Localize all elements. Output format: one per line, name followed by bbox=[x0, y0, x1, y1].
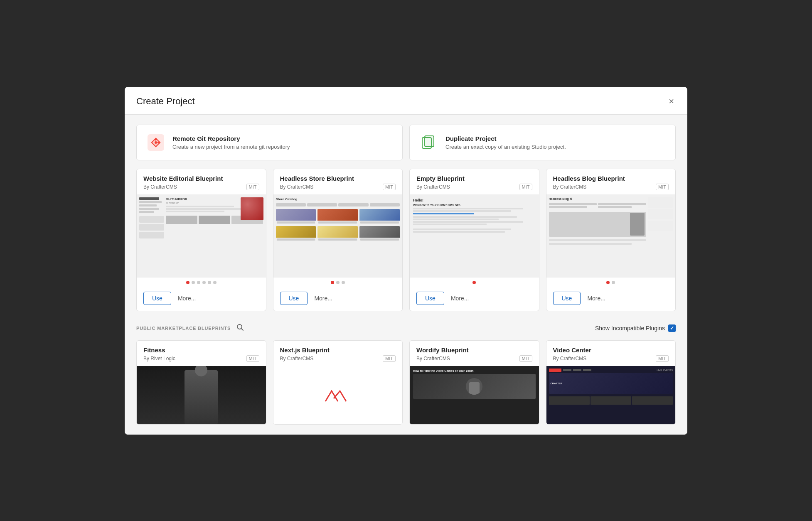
show-incompatible-row: Show Incompatible Plugins bbox=[595, 324, 676, 332]
dot-3 bbox=[197, 281, 200, 284]
mp-card-author: By CrafterCMS bbox=[553, 356, 587, 361]
dot-1 bbox=[331, 281, 334, 284]
more-button-store[interactable]: More... bbox=[312, 292, 334, 305]
mp-card-title: Next.js Blueprint bbox=[280, 347, 396, 354]
blueprint-card-actions: Use More... bbox=[546, 288, 676, 311]
more-button-blog[interactable]: More... bbox=[586, 292, 607, 305]
show-incompatible-checkbox[interactable] bbox=[668, 324, 676, 332]
marketplace-card-fitness: Fitness By Rivet Logic MIT bbox=[136, 340, 266, 425]
dot-2 bbox=[336, 281, 340, 284]
mp-card-header: Wordify Blueprint By CrafterCMS MIT bbox=[410, 341, 539, 366]
blueprint-title: Website Editorial Blueprint bbox=[143, 175, 259, 182]
use-button-empty[interactable]: Use bbox=[416, 292, 444, 305]
marketplace-label-row: PUBLIC MARKETPLACE BLUEPRINTS bbox=[136, 323, 246, 334]
special-options-row: Remote Git Repository Create a new proje… bbox=[136, 125, 676, 160]
show-incompatible-label: Show Incompatible Plugins bbox=[595, 325, 665, 332]
carousel-dots-store bbox=[273, 278, 403, 288]
blueprint-author: By CrafterCMS bbox=[143, 184, 177, 190]
duplicate-icon bbox=[420, 133, 438, 152]
marketplace-card-nextjs: Next.js Blueprint By CrafterCMS MIT bbox=[273, 340, 403, 425]
mp-preview-nextjs bbox=[273, 366, 403, 424]
more-button-empty[interactable]: More... bbox=[449, 292, 471, 305]
mp-card-title: Wordify Blueprint bbox=[416, 347, 532, 354]
use-button-blog[interactable]: Use bbox=[553, 292, 581, 305]
marketplace-search-button[interactable] bbox=[235, 323, 246, 334]
blueprint-preview-empty: Hello! Welcome to Your Crafter CMS Site. bbox=[410, 194, 539, 278]
blueprint-title: Headless Store Blueprint bbox=[280, 175, 396, 182]
mp-card-title: Fitness bbox=[143, 347, 259, 354]
blueprint-preview-editorial: Hi, I'm Editorial by HTML5 UP bbox=[137, 194, 266, 278]
blueprint-author: By CrafterCMS bbox=[553, 184, 587, 190]
svg-line-10 bbox=[241, 328, 244, 330]
dot-2 bbox=[192, 281, 195, 284]
mp-preview-video-center: LIVE EVENTS CRAFTER bbox=[546, 366, 676, 424]
use-button-editorial[interactable]: Use bbox=[143, 292, 171, 305]
blueprints-grid: Website Editorial Blueprint By CrafterCM… bbox=[136, 169, 676, 311]
carousel-dots-editorial bbox=[137, 278, 266, 288]
mp-card-author: By CrafterCMS bbox=[280, 356, 314, 361]
license-badge: MIT bbox=[656, 184, 669, 190]
modal-body: Remote Git Repository Create a new proje… bbox=[125, 115, 687, 435]
dot-2 bbox=[612, 281, 615, 284]
dot-3 bbox=[342, 281, 345, 284]
remote-git-title: Remote Git Repository bbox=[172, 135, 290, 142]
svg-rect-8 bbox=[425, 136, 434, 147]
remote-git-text: Remote Git Repository Create a new proje… bbox=[172, 135, 290, 150]
blueprint-meta: By CrafterCMS MIT bbox=[280, 184, 396, 190]
blueprint-preview-blog: Headless Blog ⚙ bbox=[546, 194, 676, 278]
mp-preview-fitness bbox=[137, 366, 266, 424]
blueprint-preview-store: Store Catalog bbox=[273, 194, 403, 278]
mp-card-meta: By Rivet Logic MIT bbox=[143, 355, 259, 362]
dot-5 bbox=[208, 281, 211, 284]
marketplace-card-video-center: Video Center By CrafterCMS MIT bbox=[546, 340, 676, 425]
blueprint-title: Headless Blog Blueprint bbox=[553, 175, 669, 182]
use-button-store[interactable]: Use bbox=[280, 292, 308, 305]
mp-preview-wordify: How to Find the Video Games of Your Yout… bbox=[410, 366, 539, 424]
license-badge: MIT bbox=[519, 184, 532, 190]
svg-point-2 bbox=[155, 138, 157, 140]
license-badge: MIT bbox=[383, 184, 396, 190]
duplicate-project-title: Duplicate Project bbox=[445, 135, 566, 142]
git-icon bbox=[147, 133, 165, 152]
dot-1 bbox=[186, 281, 189, 284]
carousel-dots-blog bbox=[546, 278, 676, 288]
more-button-editorial[interactable]: More... bbox=[176, 292, 198, 305]
blueprint-card-header: Website Editorial Blueprint By CrafterCM… bbox=[137, 169, 266, 194]
dot-6 bbox=[213, 281, 217, 284]
mp-card-meta: By CrafterCMS MIT bbox=[553, 355, 669, 362]
dot-1 bbox=[472, 281, 476, 284]
search-icon bbox=[236, 324, 244, 331]
mp-card-header: Fitness By Rivet Logic MIT bbox=[137, 341, 266, 366]
blueprint-title: Empty Blueprint bbox=[416, 175, 532, 182]
mp-card-author: By Rivet Logic bbox=[143, 356, 175, 361]
license-badge: MIT bbox=[656, 355, 669, 362]
blueprint-card-actions: Use More... bbox=[410, 288, 539, 311]
blueprint-author: By CrafterCMS bbox=[416, 184, 450, 190]
svg-point-3 bbox=[158, 141, 160, 143]
blueprint-card-website-editorial: Website Editorial Blueprint By CrafterCM… bbox=[136, 169, 266, 311]
marketplace-card-wordify: Wordify Blueprint By CrafterCMS MIT How … bbox=[409, 340, 539, 425]
marketplace-grid: Fitness By Rivet Logic MIT bbox=[136, 340, 676, 425]
blueprint-card-header: Empty Blueprint By CrafterCMS MIT bbox=[410, 169, 539, 194]
license-badge: MIT bbox=[246, 355, 259, 362]
blueprint-card-headless-blog: Headless Blog Blueprint By CrafterCMS MI… bbox=[546, 169, 676, 311]
dot-4 bbox=[202, 281, 206, 284]
close-button[interactable]: × bbox=[667, 95, 676, 108]
blueprint-card-header: Headless Blog Blueprint By CrafterCMS MI… bbox=[546, 169, 676, 194]
remote-git-card[interactable]: Remote Git Repository Create a new proje… bbox=[136, 125, 403, 160]
duplicate-project-text: Duplicate Project Create an exact copy o… bbox=[445, 135, 566, 150]
modal-title: Create Project bbox=[136, 96, 195, 107]
mp-card-meta: By CrafterCMS MIT bbox=[280, 355, 396, 362]
modal-overlay: Create Project × bbox=[0, 0, 812, 521]
create-project-modal: Create Project × bbox=[125, 87, 687, 435]
blueprint-card-empty: Empty Blueprint By CrafterCMS MIT Hello!… bbox=[409, 169, 539, 311]
blueprint-meta: By CrafterCMS MIT bbox=[143, 184, 259, 190]
duplicate-project-card[interactable]: Duplicate Project Create an exact copy o… bbox=[409, 125, 676, 160]
carousel-dots-empty bbox=[410, 278, 539, 288]
duplicate-project-desc: Create an exact copy of an existing Stud… bbox=[445, 144, 566, 150]
mp-card-title: Video Center bbox=[553, 347, 669, 354]
mp-card-header: Video Center By CrafterCMS MIT bbox=[546, 341, 676, 366]
svg-point-1 bbox=[155, 141, 157, 144]
license-badge: MIT bbox=[246, 184, 259, 190]
blueprint-author: By CrafterCMS bbox=[280, 184, 314, 190]
